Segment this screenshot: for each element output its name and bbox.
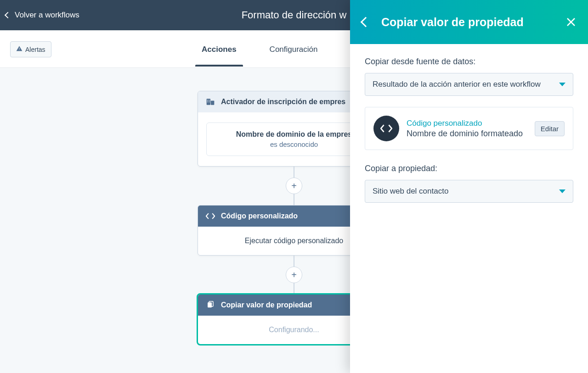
svg-rect-3 bbox=[209, 100, 210, 101]
source-value-text: Nombre de dominio formateado bbox=[407, 129, 527, 139]
add-action-button[interactable]: + bbox=[286, 267, 302, 283]
panel-close-button[interactable] bbox=[566, 17, 576, 27]
tab-configuration[interactable]: Configuración bbox=[266, 32, 322, 66]
svg-rect-5 bbox=[209, 101, 210, 102]
svg-rect-2 bbox=[207, 100, 208, 101]
source-select-value: Resultado de la acción anterior en este … bbox=[373, 80, 541, 89]
copy-icon bbox=[205, 301, 215, 309]
custom-code-header-text: Código personalizado bbox=[221, 212, 298, 220]
add-action-button[interactable]: + bbox=[286, 178, 302, 194]
alerts-label: Alertas bbox=[25, 46, 45, 53]
target-section: Copiar a propiedad: Sitio web del contac… bbox=[365, 164, 573, 203]
chevron-left-icon bbox=[5, 12, 11, 18]
connector-line bbox=[294, 283, 294, 294]
side-panel-header: Copiar valor de propiedad bbox=[350, 0, 588, 44]
alerts-button[interactable]: Alertas bbox=[10, 41, 51, 57]
back-label: Volver a workflows bbox=[15, 11, 79, 20]
svg-rect-0 bbox=[207, 99, 210, 105]
caret-down-icon bbox=[559, 83, 565, 86]
svg-rect-1 bbox=[211, 101, 215, 105]
side-panel-body: Copiar desde fuente de datos: Resultado … bbox=[350, 44, 588, 216]
company-icon bbox=[205, 98, 215, 106]
selected-source-card: Código personalizado Nombre de dominio f… bbox=[365, 107, 573, 150]
connector-line bbox=[294, 194, 294, 205]
code-round-icon bbox=[373, 116, 399, 141]
source-info: Código personalizado Nombre de dominio f… bbox=[407, 119, 527, 139]
tab-actions[interactable]: Acciones bbox=[198, 32, 240, 66]
connector-line bbox=[294, 256, 294, 267]
close-icon bbox=[566, 17, 576, 27]
caret-down-icon bbox=[559, 189, 565, 193]
source-select[interactable]: Resultado de la acción anterior en este … bbox=[365, 73, 573, 96]
edit-source-button[interactable]: Editar bbox=[535, 121, 565, 136]
target-select-value: Sitio web del contacto bbox=[373, 187, 448, 196]
panel-title: Copiar valor de propiedad bbox=[381, 16, 524, 29]
trigger-header-text: Activador de inscripción de empres bbox=[221, 98, 345, 106]
side-panel: Copiar valor de propiedad Copiar desde f… bbox=[350, 0, 588, 373]
back-to-workflows-link[interactable]: Volver a workflows bbox=[0, 11, 79, 20]
panel-back-button[interactable] bbox=[361, 17, 371, 28]
connector-line bbox=[294, 167, 294, 178]
source-label: Copiar desde fuente de datos: bbox=[365, 57, 573, 67]
warning-icon bbox=[16, 45, 23, 53]
page-title: Formato de dirección w bbox=[242, 9, 347, 21]
target-label: Copiar a propiedad: bbox=[365, 164, 573, 173]
target-select[interactable]: Sitio web del contacto bbox=[365, 180, 573, 203]
svg-rect-4 bbox=[207, 101, 208, 102]
copy-property-header-text: Copiar valor de propiedad bbox=[221, 301, 312, 309]
source-type-link[interactable]: Código personalizado bbox=[407, 119, 527, 128]
code-icon bbox=[205, 213, 215, 219]
